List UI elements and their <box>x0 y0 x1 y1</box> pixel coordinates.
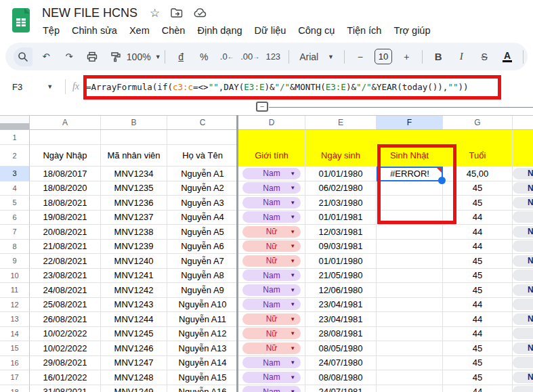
cell-B5[interactable]: MNV1236 <box>101 196 167 211</box>
frozen-pane-divider[interactable] <box>236 115 238 392</box>
cell-A9[interactable]: 22/08/2021 <box>30 254 101 269</box>
cell-E14[interactable]: 28/08/1981 <box>305 327 377 342</box>
clipped-dropdown-chip[interactable]: N <box>513 372 533 383</box>
cell-A17[interactable]: 16/01/2022 <box>30 370 101 385</box>
gender-dropdown-chip[interactable]: Nam▼ <box>242 372 301 383</box>
cell-A1[interactable] <box>30 130 101 145</box>
column-header-G[interactable]: G <box>443 116 513 129</box>
cell-G16[interactable]: 45 <box>443 356 513 371</box>
clipped-dropdown-chip[interactable] <box>513 299 533 310</box>
cell-C5[interactable]: Nguyễn A3 <box>167 196 238 211</box>
cell-E17[interactable]: 08/08/1980 <box>305 370 377 385</box>
cell-A16[interactable]: 29/08/2021 <box>30 356 101 371</box>
clipped-dropdown-chip[interactable]: N <box>513 182 533 194</box>
menu-item-7[interactable]: Tiện ích <box>341 23 387 38</box>
cell-G15[interactable]: 45 <box>443 341 513 356</box>
cell-B9[interactable]: MNV1240 <box>101 254 167 269</box>
gender-dropdown-chip[interactable]: Nữ▼ <box>242 240 301 252</box>
cell-E3[interactable]: 01/01/1980 <box>305 167 377 181</box>
cell-A10[interactable]: 23/08/2021 <box>30 269 101 284</box>
cell-C7[interactable]: Nguyễn A5 <box>167 225 238 240</box>
cell-H5[interactable]: N <box>513 196 533 211</box>
cell-A14[interactable]: 10/02/2022 <box>30 327 101 342</box>
cell-E13[interactable]: 23/04/1981 <box>305 312 377 327</box>
cell-A6[interactable]: 19/08/2021 <box>30 211 101 225</box>
row-header-12[interactable]: 12 <box>0 298 30 313</box>
cell-B6[interactable]: MNV1237 <box>101 211 167 225</box>
row-header-18[interactable]: 18 <box>0 385 30 392</box>
cell-F1[interactable] <box>377 130 443 145</box>
cell-D4[interactable]: Nam▼ <box>238 181 305 196</box>
gender-dropdown-chip[interactable]: Nữ▼ <box>242 255 301 267</box>
column-header-h[interactable] <box>513 116 533 129</box>
cell-G7[interactable]: 44 <box>443 225 513 240</box>
cell-F18[interactable] <box>377 385 443 392</box>
clipped-dropdown-chip[interactable]: N <box>513 226 533 238</box>
cell-H8[interactable] <box>513 240 533 255</box>
cell-B14[interactable]: MNV1245 <box>101 327 167 342</box>
cell-B3[interactable]: MNV1234 <box>101 167 167 181</box>
fill-handle[interactable] <box>438 177 446 184</box>
gender-dropdown-chip[interactable]: Nam▼ <box>242 269 301 281</box>
cell-G4[interactable]: 45 <box>443 181 513 196</box>
cell-G3[interactable]: 45,00 <box>443 167 513 181</box>
cell-C13[interactable]: Nguyễn A11 <box>167 312 238 327</box>
cell-F9[interactable] <box>377 254 443 269</box>
cell-E8[interactable]: 09/03/1981 <box>305 240 377 255</box>
cell-H18[interactable] <box>513 385 533 392</box>
cell-H12[interactable] <box>513 298 533 313</box>
cell-C9[interactable]: Nguyễn A7 <box>167 254 238 269</box>
cell-E9[interactable]: 01/01/1980 <box>305 254 377 269</box>
cell-E11[interactable]: 12/06/1980 <box>305 283 377 298</box>
cell-F2[interactable]: Sinh Nhật <box>377 145 443 167</box>
cell-B13[interactable]: MNV1244 <box>101 312 167 327</box>
cell-G17[interactable]: 45 <box>443 370 513 385</box>
cell-D13[interactable]: Nữ▼ <box>238 312 305 327</box>
cell-F16[interactable] <box>377 356 443 371</box>
row-header-3[interactable]: 3 <box>0 167 30 181</box>
cell-D15[interactable]: Nữ▼ <box>238 341 305 356</box>
cell-F11[interactable] <box>377 283 443 298</box>
cell-D10[interactable]: Nam▼ <box>238 269 305 284</box>
cell-C6[interactable]: Nguyễn A4 <box>167 211 238 225</box>
cell-B10[interactable]: MNV1241 <box>101 269 167 284</box>
cell-D2[interactable]: Giới tính <box>238 145 305 167</box>
cell-G12[interactable]: 44 <box>443 298 513 313</box>
gender-dropdown-chip[interactable]: Nữ▼ <box>242 343 301 354</box>
cell-F12[interactable] <box>377 298 443 313</box>
cell-C8[interactable]: Nguyễn A6 <box>167 240 238 255</box>
cell-C11[interactable]: Nguyễn A9 <box>167 283 238 298</box>
row-header-7[interactable]: 7 <box>0 225 30 240</box>
cell-G14[interactable]: 44 <box>443 327 513 342</box>
cell-H3[interactable]: N <box>513 167 533 181</box>
cell-H9[interactable]: N <box>513 254 533 269</box>
cell-B4[interactable]: MNV1235 <box>101 181 167 196</box>
cell-A7[interactable]: 20/08/2021 <box>30 225 101 240</box>
cell-A15[interactable]: 10/02/2022 <box>30 341 101 356</box>
cell-E2[interactable]: Ngày sinh <box>305 145 377 167</box>
cell-G2[interactable]: Tuổi <box>443 145 513 167</box>
row-header-11[interactable]: 11 <box>0 283 30 298</box>
cell-D11[interactable]: Nam▼ <box>238 283 305 298</box>
redo-button[interactable]: ↷ <box>60 47 79 66</box>
cell-E15[interactable]: 08/05/1980 <box>305 341 377 356</box>
cell-A11[interactable]: 24/08/2021 <box>30 283 101 298</box>
cell-G8[interactable]: 44 <box>443 240 513 255</box>
text-color-button[interactable]: A <box>498 47 517 66</box>
cell-D14[interactable]: Nữ▼ <box>238 327 305 342</box>
cell-D5[interactable]: Nam▼ <box>238 196 305 211</box>
menu-item-0[interactable]: Tệp <box>37 23 66 38</box>
increase-decimal-button[interactable]: .00→ <box>240 47 259 66</box>
cell-H2[interactable] <box>513 145 533 167</box>
cell-A13[interactable]: 26/08/2021 <box>30 312 101 327</box>
cell-H13[interactable]: N <box>513 312 533 327</box>
cell-B7[interactable]: MNV1238 <box>101 225 167 240</box>
cell-E4[interactable]: 06/02/1980 <box>305 181 377 196</box>
cell-G11[interactable]: 45 <box>443 283 513 298</box>
more-formats-button[interactable]: 123 <box>263 47 282 66</box>
row-header-15[interactable]: 15 <box>0 341 30 356</box>
row-header-6[interactable]: 6 <box>0 211 30 225</box>
formula-input[interactable]: =ArrayFormula(if(c3:c=<>"",DAY(E3:E)&"/"… <box>86 82 469 92</box>
decrease-font-size-button[interactable]: − <box>351 47 370 66</box>
gender-dropdown-chip[interactable]: Nữ▼ <box>242 313 301 325</box>
